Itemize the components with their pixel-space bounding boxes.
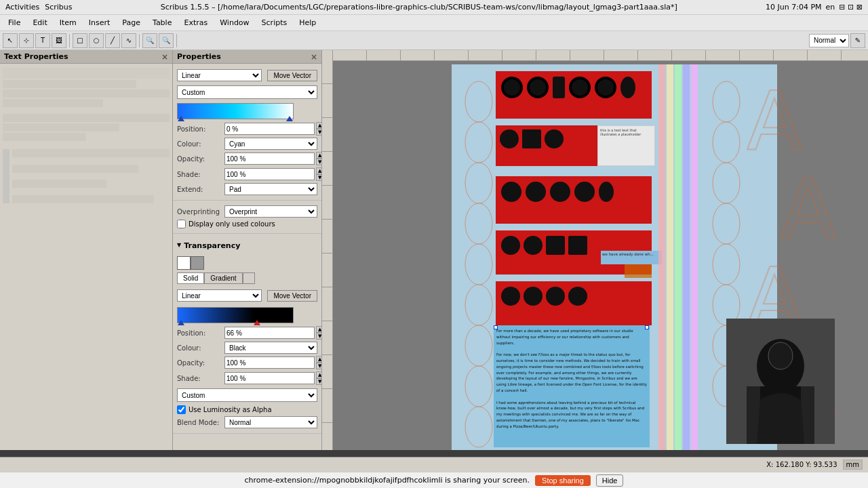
opacity-input[interactable] xyxy=(224,152,315,165)
svg-point-14 xyxy=(713,81,740,122)
transparency-label: Transparency xyxy=(184,239,240,251)
gradient-stop2-mid[interactable] xyxy=(254,320,260,325)
menu-insert[interactable]: Insert xyxy=(83,17,116,28)
menu-file[interactable]: File xyxy=(3,17,26,28)
linear-select[interactable]: Linear xyxy=(177,69,262,81)
display-used-colours-checkbox[interactable] xyxy=(177,220,186,228)
custom-select-top[interactable]: Custom xyxy=(177,85,317,99)
tool-zoom-out[interactable]: 🔍 xyxy=(159,33,174,48)
circle-2 xyxy=(527,77,549,98)
tool-line[interactable]: ╱ xyxy=(105,33,120,48)
solid-btn[interactable]: Solid xyxy=(177,272,204,284)
tool-rect[interactable]: □ xyxy=(73,33,87,48)
shade2-label: Shade: xyxy=(177,375,224,382)
shade2-input-wrapper: ▲▼ xyxy=(224,371,322,385)
opacity2-updown[interactable]: ▲▼ xyxy=(316,356,322,369)
hide-button[interactable]: Hide xyxy=(596,474,624,487)
tool-ellipse[interactable]: ○ xyxy=(89,33,104,48)
scribus-label[interactable]: Scribus xyxy=(45,3,72,12)
colour-select[interactable]: Cyan xyxy=(224,138,317,150)
gradient-stop2-left[interactable] xyxy=(178,320,184,325)
position-input-wrapper: 0 % ▲▼ xyxy=(224,122,322,136)
svg-text:A: A xyxy=(781,162,836,256)
canvas-content[interactable]: this is a test text that illustrates a p… xyxy=(333,61,868,450)
menu-extras[interactable]: Extras xyxy=(178,17,213,28)
text-properties-header: Text Properties × xyxy=(0,50,172,64)
selection-handle-tr[interactable] xyxy=(645,325,649,329)
noise-btn[interactable] xyxy=(243,272,255,284)
gradient-stop-left[interactable] xyxy=(178,116,184,121)
position2-input-wrapper: ▲▼ xyxy=(224,326,322,340)
linear-select2[interactable]: Linear xyxy=(177,289,262,302)
move-vector-btn2[interactable]: Move Vector xyxy=(267,290,317,302)
tool-curve[interactable]: ∿ xyxy=(121,33,136,48)
canvas-area[interactable]: this is a test text that illustrates a p… xyxy=(322,50,868,450)
window-controls[interactable]: ⊟ ⊡ ⊠ xyxy=(839,3,863,12)
svg-point-2 xyxy=(465,163,492,203)
svg-point-1 xyxy=(465,122,492,163)
blend-mode-select[interactable]: Normal xyxy=(224,416,317,428)
tool-zoom-in[interactable]: 🔍 xyxy=(142,33,157,48)
colour2-select[interactable]: Black xyxy=(224,342,317,354)
tool-img[interactable]: 🖼 xyxy=(52,33,66,48)
menu-edit[interactable]: Edit xyxy=(27,17,52,28)
menu-scripts[interactable]: Scripts xyxy=(256,17,293,28)
tool-arrow[interactable]: ↖ xyxy=(3,33,18,48)
gradient-btn[interactable]: Gradient xyxy=(204,272,242,284)
colour-row: Colour: Cyan xyxy=(177,138,317,150)
shade-updown[interactable]: ▲▼ xyxy=(316,167,322,181)
menu-window[interactable]: Window xyxy=(214,17,254,28)
custom-select-bottom[interactable]: Custom xyxy=(177,388,317,402)
menu-table[interactable]: Table xyxy=(147,17,177,28)
ruler-h-ticks xyxy=(333,50,868,60)
text-box-white[interactable]: this is a test text that illustrates a p… xyxy=(597,125,655,166)
rect-4 xyxy=(568,236,587,255)
menu-item[interactable]: Item xyxy=(54,17,82,28)
luminosity-checkbox[interactable] xyxy=(177,405,186,414)
rect-1 xyxy=(553,77,565,98)
swatch-white[interactable] xyxy=(177,256,191,270)
stop-sharing-button[interactable]: Stop sharing xyxy=(535,475,591,486)
shade2-updown[interactable]: ▲▼ xyxy=(316,371,322,385)
gradient-stop-right[interactable] xyxy=(286,116,293,121)
normal-select[interactable]: Normal xyxy=(809,34,849,47)
position2-updown[interactable]: ▲▼ xyxy=(316,326,322,340)
opacity2-input[interactable] xyxy=(224,357,315,369)
window-title: Scribus 1.5.5 – [/home/lara/Documents/LG… xyxy=(72,3,766,12)
opacity-updown[interactable]: ▲▼ xyxy=(316,152,322,165)
menu-page[interactable]: Page xyxy=(117,17,146,28)
swatch-gray[interactable] xyxy=(191,256,204,270)
properties-close[interactable]: × xyxy=(311,52,317,62)
svg-point-6 xyxy=(465,325,492,366)
extend-select[interactable]: Pad xyxy=(224,183,317,195)
position2-input[interactable] xyxy=(224,327,315,339)
sgt-buttons: Solid Gradient xyxy=(177,272,317,284)
sharing-bar: chrome-extension://mpognobbkildjkofajifp… xyxy=(0,472,868,488)
overprinting-select[interactable]: Overprint xyxy=(224,205,317,218)
toolbar: ↖ ⊹ T 🖼 □ ○ ╱ ∿ 🔍 🔍 Normal ✎ xyxy=(0,31,868,50)
luminosity-label: Use Luminosity as Alpha xyxy=(189,406,272,413)
properties-title: Properties xyxy=(177,52,221,61)
move-vector-btn[interactable]: Move Vector xyxy=(267,70,317,81)
shade-input[interactable] xyxy=(224,168,315,180)
position-input[interactable]: 0 % xyxy=(224,123,315,135)
sharing-message: chrome-extension://mpognobbkildjkofajifp… xyxy=(245,476,530,485)
activities-label[interactable]: Activities xyxy=(5,3,39,12)
shade2-input[interactable] xyxy=(224,372,315,384)
topbar-right: 10 Jun 7:04 PM en ⊟ ⊡ ⊠ xyxy=(766,3,863,12)
transparency-triangle[interactable]: ▼ xyxy=(177,242,181,248)
blue-text-block[interactable]: For more than a decade, we have used pro… xyxy=(494,325,650,447)
text-properties-close[interactable]: × xyxy=(161,52,168,62)
gradient-preview-bottom[interactable] xyxy=(177,307,294,323)
tool-text[interactable]: T xyxy=(35,33,50,48)
circle-15 xyxy=(546,287,565,306)
selection-handle-tl[interactable] xyxy=(494,325,498,329)
tool-select[interactable]: ⊹ xyxy=(19,33,34,48)
menu-help[interactable]: Help xyxy=(294,17,321,28)
gradient-preview-top[interactable] xyxy=(177,103,294,119)
colour2-label: Colour: xyxy=(177,344,224,352)
position-updown[interactable]: ▲▼ xyxy=(316,122,322,136)
tp-row-7 xyxy=(3,133,86,141)
tool-eyedrop[interactable]: ✎ xyxy=(850,33,865,48)
topbar-left: Activities Scribus xyxy=(5,3,72,12)
